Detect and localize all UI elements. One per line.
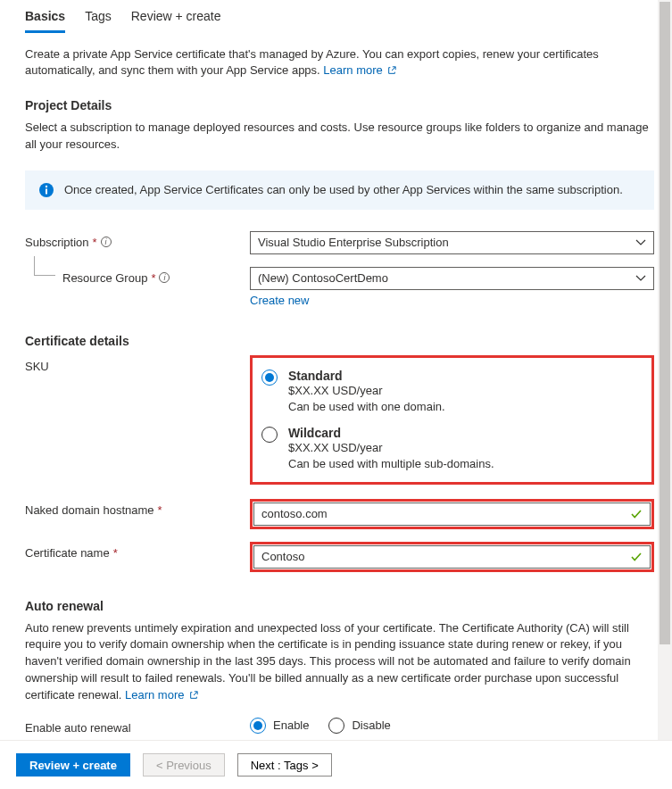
hint-icon[interactable]: i (159, 272, 170, 283)
subscription-value: Visual Studio Enterprise Subscription (258, 236, 449, 249)
auto-learn-more-label: Learn more (125, 688, 184, 702)
sku-standard-title: Standard (288, 369, 445, 383)
subscription-select[interactable]: Visual Studio Enterprise Subscription (250, 231, 654, 254)
chevron-down-icon (635, 239, 646, 246)
scrollbar[interactable] (658, 0, 672, 741)
required-asterisk: * (93, 236, 97, 249)
intro-text: Create a private App Service certificate… (25, 46, 654, 79)
hostname-input[interactable]: contoso.com (253, 502, 651, 526)
learn-more-link[interactable]: Learn more (323, 63, 396, 77)
tab-review-create[interactable]: Review + create (131, 4, 221, 33)
auto-disable-option[interactable]: Disable (328, 717, 390, 734)
subscription-label-text: Subscription (25, 236, 89, 249)
auto-renewal-desc: Auto renew prevents untimely expiration … (25, 620, 654, 704)
sku-standard-price: $XX.XX USD/year (288, 383, 445, 399)
sku-label: SKU (25, 355, 250, 373)
sku-standard-desc: Can be used with one domain. (288, 399, 445, 415)
sku-wildcard-desc: Can be used with multiple sub-domains. (288, 456, 494, 472)
project-details-desc: Select a subscription to manage deployed… (25, 120, 654, 152)
tree-connector (34, 256, 55, 276)
hostname-label: Naked domain hostname * (25, 499, 250, 517)
auto-learn-more-link[interactable]: Learn more (125, 688, 198, 702)
resource-group-select[interactable]: (New) ContosoCertDemo (250, 267, 654, 290)
svg-rect-1 (46, 188, 47, 194)
info-banner: Once created, App Service Certificates c… (25, 170, 654, 210)
required-asterisk: * (151, 271, 155, 285)
hostname-label-text: Naked domain hostname (25, 503, 154, 517)
subscription-label: Subscription * i (25, 231, 250, 249)
external-link-icon (189, 691, 198, 700)
check-icon (630, 551, 643, 563)
auto-enable-label: Enable (273, 718, 309, 732)
enable-auto-label: Enable auto renewal (25, 717, 250, 735)
certname-highlight: Contoso (250, 542, 654, 572)
external-link-icon (387, 66, 396, 75)
certname-value: Contoso (261, 550, 304, 563)
svg-point-2 (46, 186, 47, 187)
hint-icon[interactable]: i (101, 237, 112, 247)
footer-actions: Review + create < Previous Next : Tags > (0, 740, 672, 789)
auto-enable-option[interactable]: Enable (250, 717, 309, 734)
create-new-link[interactable]: Create new (250, 294, 309, 307)
sku-wildcard-price: $XX.XX USD/year (288, 440, 494, 456)
auto-disable-radio[interactable] (328, 718, 344, 734)
auto-renewal-heading: Auto renewal (25, 599, 654, 613)
tab-basics[interactable]: Basics (25, 4, 65, 33)
certificate-details-heading: Certificate details (25, 334, 654, 348)
info-icon (39, 183, 54, 197)
sku-wildcard-radio[interactable] (261, 427, 278, 443)
learn-more-label: Learn more (323, 63, 382, 77)
sku-wildcard-title: Wildcard (288, 426, 494, 440)
sku-radio-group: Standard $XX.XX USD/year Can be used wit… (250, 355, 654, 485)
resource-group-label-text: Resource Group (62, 271, 147, 285)
hostname-highlight: contoso.com (250, 499, 654, 529)
certname-label: Certificate name * (25, 542, 250, 560)
tab-tags[interactable]: Tags (85, 4, 112, 33)
auto-enable-radio[interactable] (250, 718, 266, 734)
info-text: Once created, App Service Certificates c… (64, 183, 623, 196)
required-asterisk: * (158, 503, 162, 517)
intro-body: Create a private App Service certificate… (25, 47, 599, 77)
hostname-value: contoso.com (261, 507, 328, 520)
project-details-heading: Project Details (25, 98, 654, 112)
certname-input[interactable]: Contoso (253, 545, 651, 569)
auto-disable-label: Disable (352, 718, 390, 732)
next-button[interactable]: Next : Tags > (237, 753, 332, 777)
required-asterisk: * (113, 546, 118, 560)
scrollbar-thumb[interactable] (660, 2, 670, 644)
previous-button: < Previous (143, 753, 225, 777)
auto-renewal-body: Auto renew prevents untimely expiration … (25, 621, 631, 702)
check-icon (630, 508, 643, 520)
tabs: Basics Tags Review + create (25, 4, 654, 34)
certname-label-text: Certificate name (25, 546, 110, 560)
resource-group-label: Resource Group * i (25, 267, 250, 285)
sku-standard-radio[interactable] (261, 370, 278, 386)
chevron-down-icon (635, 275, 646, 282)
review-create-button[interactable]: Review + create (16, 753, 130, 777)
resource-group-value: (New) ContosoCertDemo (258, 271, 388, 285)
